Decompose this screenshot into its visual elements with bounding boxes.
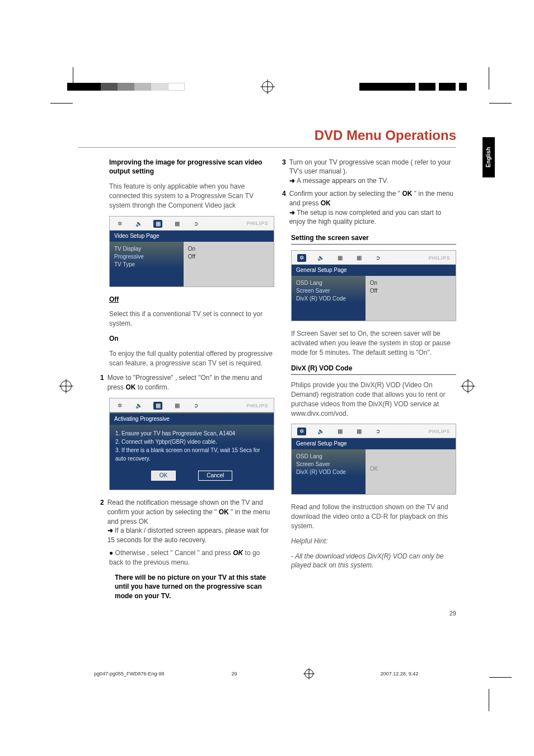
- video-icon: ▦: [153, 402, 162, 410]
- osd-line: 3. If there is a blank screen on normal …: [115, 446, 268, 463]
- osd-item-selected: DivX (R) VOD Code: [296, 468, 361, 476]
- page-number: 29: [449, 609, 456, 618]
- step-text: Turn on your TV progressive scan mode ( …: [289, 158, 451, 176]
- gear-icon: ✲: [297, 428, 306, 435]
- crop-line: [489, 67, 489, 90]
- registration-mark-left: [56, 381, 76, 392]
- video-icon: ▦: [335, 254, 344, 262]
- registration-mark-right: [458, 381, 478, 392]
- off-heading: Off: [109, 295, 119, 303]
- step-text: to confirm.: [138, 383, 169, 391]
- subsection-heading: Improving the image for progressive scan…: [109, 158, 274, 177]
- footer-page: 29: [232, 670, 237, 678]
- section-heading: DivX (R) VOD Code: [291, 364, 456, 375]
- speaker-icon: 🔈: [134, 402, 143, 410]
- exit-icon: ➲: [373, 428, 382, 435]
- language-tab: English: [483, 137, 495, 177]
- on-heading: On: [109, 335, 119, 342]
- registration-mark-icon: [305, 669, 313, 678]
- osd-ok-button[interactable]: OK: [151, 471, 176, 481]
- gear-icon: ✲: [297, 254, 306, 262]
- arrow-note: A message appears on the TV.: [289, 176, 456, 186]
- osd-option: On: [188, 245, 269, 253]
- osd-line: 2. Connect with Ypbpr(GBR) video cable.: [115, 438, 268, 446]
- grayscale-bar: [67, 83, 185, 91]
- step-text: Confirm your action by selecting the ": [289, 190, 402, 198]
- crop-line: [73, 67, 73, 90]
- step-number: 2: [100, 498, 104, 545]
- solid-bar: [359, 83, 467, 91]
- osd-item: Screen Saver: [296, 461, 361, 468]
- crop-line: [489, 689, 489, 711]
- exit-icon: ➲: [191, 220, 200, 228]
- crop-line: [489, 103, 512, 104]
- osd-video-setup: ✲ 🔈 ▦ ▦ ➲ PHILIPS Video Setup Page TV Di…: [109, 216, 274, 287]
- osd-item: DivX (R) VOD Code: [296, 295, 361, 303]
- page-content: DVD Menu Operations Improving the image …: [78, 126, 456, 607]
- grid-icon: ▦: [172, 220, 181, 228]
- gear-icon: ✲: [115, 402, 124, 410]
- step-3: 3 Turn on your TV progressive scan mode …: [291, 158, 456, 186]
- osd-item: OSD Lang: [296, 453, 361, 461]
- osd-cancel-button[interactable]: Cancel: [198, 471, 232, 481]
- grid-icon: ▦: [354, 254, 363, 262]
- arrow-note: The setup is now completed and you can s…: [289, 208, 456, 227]
- osd-header: General Setup Page: [292, 265, 456, 276]
- brand-label: PHILIPS: [246, 402, 268, 410]
- osd-header: Activating Progressive: [110, 414, 274, 425]
- grid-icon: ▦: [354, 428, 363, 435]
- osd-general-setup-divx: ✲ 🔈 ▦ ▦ ➲ PHILIPS General Setup Page OSD…: [291, 424, 456, 495]
- crop-line: [50, 103, 73, 104]
- crop-line: [489, 677, 512, 678]
- osd-option: On: [370, 279, 451, 287]
- page-title: DVD Menu Operations: [78, 126, 456, 148]
- ok-label: OK: [219, 508, 229, 516]
- bullet-item: Otherwise , select " Cancel " and press …: [109, 548, 274, 567]
- step-number: 4: [282, 189, 286, 227]
- osd-header: Video Setup Page: [110, 231, 274, 242]
- footer-timestamp: 2007.12.28, 9:42: [381, 670, 419, 678]
- osd-item-selected: Progressive: [114, 253, 179, 261]
- exit-icon: ➲: [191, 402, 200, 410]
- video-icon: ▦: [153, 220, 162, 228]
- step-number: 3: [282, 158, 286, 186]
- osd-item-selected: Screen Saver: [296, 287, 361, 295]
- step-2: 2 Read the notification message shown on…: [109, 498, 274, 545]
- gear-icon: ✲: [115, 220, 124, 228]
- speaker-icon: 🔈: [316, 428, 325, 435]
- osd-option: Off: [370, 287, 451, 295]
- step-1: 1 Move to "Progressive" , select "On" in…: [109, 373, 274, 392]
- registration-mark-icon: [262, 81, 273, 92]
- body-text: To enjoy the full quality potential offe…: [109, 349, 274, 368]
- step-number: 1: [100, 373, 104, 392]
- footer-metadata: pg047-pg055_FWD876-Eng-98 29 2007.12.28,…: [94, 669, 418, 678]
- hint-text: - All the download videos DivX(R) VOD ca…: [291, 552, 456, 571]
- column-left: Improving the image for progressive scan…: [78, 158, 274, 607]
- osd-item: TV Type: [114, 261, 179, 269]
- exit-icon: ➲: [373, 254, 382, 262]
- hint-heading: Helpful Hint:: [291, 537, 456, 546]
- osd-general-setup-screensaver: ✲ 🔈 ▦ ▦ ➲ PHILIPS General Setup Page OSD…: [291, 250, 456, 321]
- footer-file: pg047-pg055_FWD876-Eng-98: [94, 670, 165, 678]
- osd-option: OK: [370, 465, 378, 473]
- section-heading: Setting the screen saver: [291, 233, 456, 245]
- bold-note: There will be no picture on your TV at t…: [109, 573, 274, 601]
- osd-item: OSD Lang: [296, 279, 361, 287]
- arrow-note: If a blank / distorted screen appears, p…: [107, 526, 274, 545]
- body-text: Philips provide you the DivX(R) VOD (Vid…: [291, 381, 456, 418]
- body-text: Select this if a conventional TV set is …: [109, 309, 274, 328]
- brand-label: PHILIPS: [428, 255, 450, 262]
- osd-option: Off: [188, 253, 269, 261]
- video-icon: ▦: [335, 428, 344, 435]
- osd-activating-progressive: ✲ 🔈 ▦ ▦ ➲ PHILIPS Activating Progressive…: [109, 398, 274, 490]
- grid-icon: ▦: [172, 402, 181, 410]
- body-text: If Screen Saver set to On, the screen sa…: [291, 329, 456, 357]
- step-4: 4 Confirm your action by selecting the "…: [291, 189, 456, 227]
- body-text: This feature is only applicable when you…: [109, 182, 274, 210]
- osd-line: 1. Ensure your TV has Progressive Scan, …: [115, 429, 268, 438]
- ok-label: OK: [125, 383, 135, 391]
- speaker-icon: 🔈: [134, 220, 143, 228]
- body-text: Read and follow the instruction shown on…: [291, 503, 456, 530]
- speaker-icon: 🔈: [316, 254, 325, 262]
- brand-label: PHILIPS: [246, 220, 268, 227]
